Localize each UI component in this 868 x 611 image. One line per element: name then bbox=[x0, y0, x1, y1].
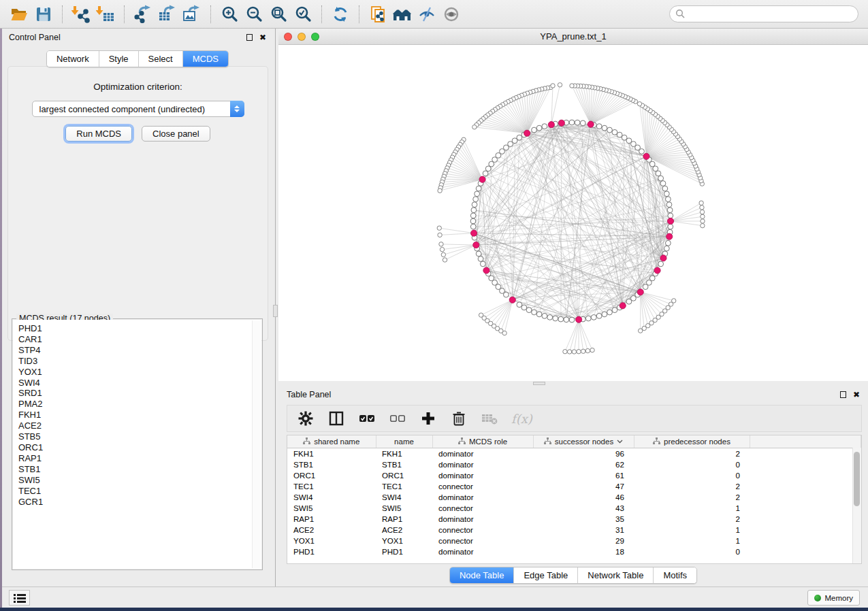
toolbar-separator bbox=[124, 5, 125, 23]
zoom-fit-button[interactable] bbox=[266, 3, 291, 25]
list-item[interactable]: PHD1 bbox=[13, 323, 261, 334]
tab-node-table[interactable]: Node Table bbox=[450, 567, 514, 583]
table-row[interactable]: YOX1YOX1connector291 bbox=[287, 535, 861, 546]
table-row[interactable]: STB1STB1dominator620 bbox=[287, 459, 861, 469]
table-row[interactable]: ORC1ORC1dominator610 bbox=[287, 469, 861, 480]
network-window-titlebar: YPA_prune.txt_1 bbox=[278, 29, 868, 45]
network-title: YPA_prune.txt_1 bbox=[278, 31, 868, 42]
save-session-button[interactable] bbox=[31, 3, 56, 25]
list-item[interactable]: PMA2 bbox=[13, 399, 261, 410]
clone-network-button[interactable] bbox=[366, 3, 390, 25]
table-header-row: shared name name MCDS role successor nod… bbox=[287, 435, 861, 448]
export-table-icon bbox=[158, 5, 177, 23]
table-row[interactable]: PHD1PHD1dominator180 bbox=[287, 546, 861, 557]
tab-select[interactable]: Select bbox=[138, 51, 182, 67]
list-item[interactable]: SWI4 bbox=[13, 378, 261, 389]
column-header-predecessor-nodes[interactable]: predecessor nodes bbox=[634, 435, 750, 448]
list-item[interactable]: GCR1 bbox=[13, 497, 261, 508]
split-columns-button[interactable] bbox=[327, 410, 345, 427]
add-column-button[interactable] bbox=[419, 410, 437, 427]
horizontal-splitter[interactable] bbox=[278, 381, 868, 386]
close-panel-button[interactable]: Close panel bbox=[142, 126, 210, 142]
export-network-button[interactable] bbox=[131, 3, 155, 25]
table-row[interactable]: SWI4SWI4dominator462 bbox=[287, 491, 861, 502]
tab-edge-table[interactable]: Edge Table bbox=[513, 567, 577, 583]
gear-icon bbox=[298, 411, 313, 426]
float-panel-icon[interactable] bbox=[840, 391, 846, 398]
mcds-result-list: PHD1 CAR1 STP4 TID3 YOX1 SWI4 SRD1 PMA2 … bbox=[13, 320, 261, 569]
memory-label: Memory bbox=[824, 594, 853, 602]
delete-column-button[interactable] bbox=[450, 410, 468, 427]
delete-table-button[interactable] bbox=[481, 410, 498, 427]
tab-mcds[interactable]: MCDS bbox=[182, 51, 228, 67]
network-canvas[interactable] bbox=[278, 45, 868, 381]
trash-icon bbox=[452, 411, 466, 426]
task-history-button[interactable] bbox=[9, 590, 30, 606]
import-network-button[interactable] bbox=[69, 3, 93, 25]
memory-status-icon bbox=[814, 595, 821, 601]
status-bar: Memory bbox=[2, 587, 868, 608]
column-type-icon bbox=[653, 437, 660, 445]
save-floppy-icon bbox=[35, 5, 52, 23]
close-panel-icon[interactable]: ✖ bbox=[259, 33, 266, 42]
first-neighbors-button[interactable] bbox=[390, 3, 415, 25]
run-mcds-button[interactable]: Run MCDS bbox=[65, 126, 132, 142]
table-panel-header: Table Panel ✖ bbox=[278, 386, 868, 403]
close-panel-icon[interactable]: ✖ bbox=[853, 391, 860, 399]
eye-slash-icon bbox=[418, 5, 436, 23]
list-item[interactable]: ORC1 bbox=[13, 442, 261, 453]
table-row[interactable]: FKH1FKH1dominator962 bbox=[287, 448, 861, 459]
import-table-button[interactable] bbox=[93, 3, 118, 25]
list-item[interactable]: FKH1 bbox=[13, 410, 261, 420]
optimization-criterion-select[interactable]: largest connected component (undirected) bbox=[32, 101, 244, 117]
settings-gear-button[interactable] bbox=[297, 410, 315, 427]
list-item[interactable]: ACE2 bbox=[13, 420, 261, 431]
list-item[interactable]: SWI5 bbox=[13, 475, 261, 486]
show-all-button[interactable] bbox=[439, 3, 464, 25]
zoom-in-button[interactable] bbox=[217, 3, 242, 25]
list-item[interactable]: RAP1 bbox=[13, 453, 261, 464]
table-row[interactable]: RAP1RAP1dominator352 bbox=[287, 513, 861, 524]
zoom-selected-button[interactable] bbox=[291, 3, 315, 25]
list-item[interactable]: STB1 bbox=[13, 464, 261, 475]
splitter-grip[interactable] bbox=[273, 305, 278, 317]
table-scrollbar[interactable] bbox=[852, 448, 861, 563]
table-row[interactable]: ACE2ACE2connector311 bbox=[287, 524, 861, 535]
splitter-grip[interactable] bbox=[533, 382, 545, 385]
clone-network-icon bbox=[369, 5, 387, 24]
search-input[interactable] bbox=[686, 10, 852, 19]
vertical-splitter[interactable] bbox=[273, 29, 278, 587]
toolbar-separator bbox=[62, 5, 63, 23]
result-list-scrollbar[interactable] bbox=[252, 320, 261, 568]
tab-style[interactable]: Style bbox=[99, 51, 138, 67]
tab-network[interactable]: Network bbox=[47, 51, 99, 67]
tab-motifs[interactable]: Motifs bbox=[653, 567, 696, 583]
list-item[interactable]: STB5 bbox=[13, 431, 261, 442]
column-header-successor-nodes[interactable]: successor nodes bbox=[533, 435, 634, 448]
export-table-button[interactable] bbox=[155, 3, 180, 25]
memory-button[interactable]: Memory bbox=[807, 590, 860, 606]
zoom-out-button[interactable] bbox=[242, 3, 266, 25]
select-all-button[interactable] bbox=[358, 410, 376, 427]
hide-selected-button[interactable] bbox=[415, 3, 439, 25]
list-item[interactable]: CAR1 bbox=[13, 334, 261, 345]
column-header-shared-name[interactable]: shared name bbox=[287, 435, 376, 448]
open-session-button[interactable] bbox=[7, 3, 31, 25]
scrollbar-thumb[interactable] bbox=[854, 452, 860, 506]
refresh-button[interactable] bbox=[328, 3, 353, 25]
list-item[interactable]: YOX1 bbox=[13, 367, 261, 378]
list-item[interactable]: STP4 bbox=[13, 345, 261, 356]
column-header-mcds-role[interactable]: MCDS role bbox=[432, 435, 533, 448]
table-row[interactable]: SWI5SWI5connector431 bbox=[287, 502, 861, 513]
deselect-all-button[interactable] bbox=[389, 410, 406, 427]
table-row[interactable]: TEC1TEC1connector472 bbox=[287, 480, 861, 491]
column-header-name[interactable]: name bbox=[376, 435, 432, 448]
function-builder-button[interactable]: f(x) bbox=[511, 410, 532, 427]
plus-icon bbox=[421, 412, 435, 425]
list-item[interactable]: TID3 bbox=[13, 356, 261, 367]
float-panel-icon[interactable] bbox=[246, 34, 253, 41]
list-item[interactable]: SRD1 bbox=[13, 388, 261, 399]
tab-network-table[interactable]: Network Table bbox=[577, 567, 653, 583]
list-item[interactable]: TEC1 bbox=[13, 486, 261, 497]
export-image-button[interactable] bbox=[180, 3, 204, 25]
